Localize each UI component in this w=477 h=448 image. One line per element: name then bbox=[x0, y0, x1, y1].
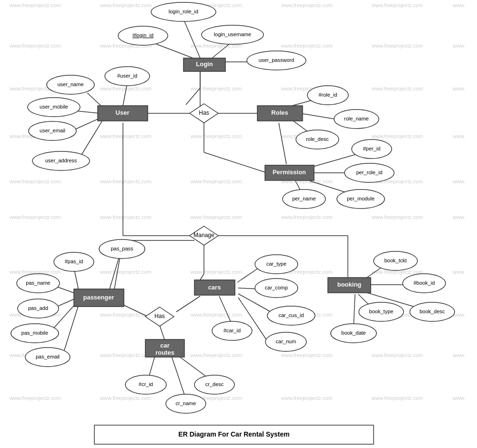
entity-permission-label: Permission bbox=[273, 169, 306, 176]
attr-cr-name-label: cr_name bbox=[176, 400, 196, 406]
entity-booking-label: booking bbox=[337, 281, 362, 288]
attr-car-id-label: #car_id bbox=[223, 328, 241, 333]
attr-book-type-label: book_type bbox=[369, 309, 394, 314]
attr-user-name-label: user_name bbox=[57, 81, 83, 87]
entity-car-routes-label-line1: car bbox=[160, 342, 170, 349]
entity-login-label: Login bbox=[196, 60, 213, 68]
svg-text:www.freeprojectz.com: www.freeprojectz.com bbox=[371, 86, 423, 91]
svg-text:www.freeprojectz.com: www.freeprojectz.com bbox=[190, 352, 242, 358]
er-diagram: www.freeprojectz.com www.freeprojectz.co… bbox=[0, 0, 477, 448]
svg-text:www.: www. bbox=[452, 2, 465, 8]
svg-text:www.freeprojectz.com: www.freeprojectz.com bbox=[190, 179, 242, 184]
svg-line-65 bbox=[186, 88, 200, 105]
svg-text:www.freeprojectz.com: www.freeprojectz.com bbox=[281, 352, 333, 358]
svg-text:www.freeprojectz.com: www.freeprojectz.com bbox=[9, 395, 61, 401]
svg-text:www.: www. bbox=[452, 133, 465, 139]
svg-line-105 bbox=[63, 305, 79, 353]
svg-text:www.freeprojectz.com: www.freeprojectz.com bbox=[100, 133, 152, 139]
attr-book-date-label: book_date bbox=[341, 330, 365, 336]
entity-passenger-label: passenger bbox=[83, 294, 114, 301]
svg-text:www.freeprojectz.com: www.freeprojectz.com bbox=[100, 2, 152, 8]
svg-text:www.freeprojectz.com: www.freeprojectz.com bbox=[9, 214, 61, 220]
svg-line-100 bbox=[110, 254, 120, 289]
svg-text:www.freeprojectz.com: www.freeprojectz.com bbox=[190, 312, 242, 318]
attr-car-comp-label: car_comp bbox=[265, 285, 288, 290]
attr-car-cus-id-label: car_cus_id bbox=[278, 312, 304, 318]
svg-line-110 bbox=[160, 325, 164, 339]
entity-car-routes-label-line2: routes bbox=[155, 349, 174, 356]
attr-book-id-label: #book_id bbox=[414, 280, 435, 286]
attr-user-address-label: user_address bbox=[45, 158, 77, 163]
entity-cars-label: cars bbox=[208, 284, 221, 291]
svg-text:www.freeprojectz.com: www.freeprojectz.com bbox=[371, 43, 423, 49]
svg-text:www.freeprojectz.com: www.freeprojectz.com bbox=[371, 214, 423, 220]
svg-text:www.freeprojectz.com: www.freeprojectz.com bbox=[9, 43, 61, 49]
svg-line-60 bbox=[183, 19, 200, 58]
svg-text:www.: www. bbox=[452, 352, 465, 358]
svg-text:www.freeprojectz.com: www.freeprojectz.com bbox=[100, 214, 152, 220]
svg-text:www.: www. bbox=[452, 395, 465, 401]
attr-user-id-label: #user_id bbox=[117, 73, 137, 79]
attr-login-role-id-label: login_role_id bbox=[169, 9, 198, 14]
svg-text:www.freeprojectz.com: www.freeprojectz.com bbox=[371, 352, 423, 358]
svg-text:www.freeprojectz.com: www.freeprojectz.com bbox=[9, 2, 61, 8]
relationship-has2-label: Has bbox=[154, 313, 164, 319]
svg-line-79 bbox=[279, 123, 286, 164]
entity-user-label: User bbox=[116, 109, 130, 116]
attr-login-id-label: #login_id bbox=[132, 32, 153, 38]
attr-role-id-label: #role_id bbox=[318, 92, 337, 98]
svg-text:www.freeprojectz.com: www.freeprojectz.com bbox=[100, 86, 152, 91]
relationship-manage-label: Manage bbox=[193, 232, 214, 239]
svg-text:www.: www. bbox=[452, 43, 465, 49]
attr-role-name-label: role_name bbox=[344, 116, 369, 121]
attr-per-module-label: per_module bbox=[347, 196, 375, 201]
svg-text:www.freeprojectz.com: www.freeprojectz.com bbox=[281, 43, 333, 49]
svg-text:www.: www. bbox=[452, 214, 465, 220]
attr-per-name-label: per_name bbox=[292, 196, 316, 201]
svg-text:www.freeprojectz.com: www.freeprojectz.com bbox=[371, 133, 423, 139]
attr-role-desc-label: role_desc bbox=[306, 136, 329, 142]
svg-line-113 bbox=[172, 356, 186, 399]
svg-text:www.freeprojectz.com: www.freeprojectz.com bbox=[9, 179, 61, 184]
svg-text:www.: www. bbox=[452, 86, 465, 91]
svg-line-99 bbox=[354, 294, 355, 328]
svg-text:www.freeprojectz.com: www.freeprojectz.com bbox=[190, 133, 242, 139]
attr-per-role-id-label: per_role_id bbox=[356, 169, 382, 175]
svg-line-109 bbox=[123, 305, 148, 317]
svg-text:www.freeprojectz.com: www.freeprojectz.com bbox=[100, 395, 152, 401]
attr-user-password-label: user_password bbox=[259, 57, 294, 63]
svg-text:www.freeprojectz.com: www.freeprojectz.com bbox=[281, 395, 333, 401]
attr-user-email-label: user_email bbox=[40, 128, 65, 133]
attr-pas-pass-label: pas_pass bbox=[111, 246, 133, 251]
svg-text:www.freeprojectz.com: www.freeprojectz.com bbox=[100, 179, 152, 184]
svg-line-108 bbox=[176, 296, 200, 312]
svg-line-67 bbox=[123, 83, 127, 106]
svg-text:www.freeprojectz.com: www.freeprojectz.com bbox=[281, 2, 333, 8]
attr-pas-add-label: pas_add bbox=[28, 305, 48, 311]
attr-user-mobile-label: user_mobile bbox=[40, 104, 68, 110]
attr-login-username-label: login_username bbox=[214, 31, 251, 37]
diagram-title: ER Diagram For Car Rental System bbox=[178, 430, 289, 438]
svg-line-69 bbox=[76, 111, 100, 113]
svg-text:www.freeprojectz.com: www.freeprojectz.com bbox=[190, 269, 242, 275]
attr-pas-email-label: pas_email bbox=[36, 354, 60, 359]
attr-car-type-label: car_type bbox=[266, 261, 286, 267]
attr-pas-mobile-label: pas_mobile bbox=[21, 330, 48, 336]
svg-text:www.: www. bbox=[452, 179, 465, 184]
attr-book-desc-label: book_desc bbox=[419, 309, 445, 314]
svg-text:www.: www. bbox=[452, 269, 465, 275]
svg-text:www.freeprojectz.com: www.freeprojectz.com bbox=[281, 214, 333, 220]
svg-line-75 bbox=[300, 113, 335, 119]
attr-cr-desc-label: cr_desc bbox=[205, 381, 224, 387]
svg-text:www.freeprojectz.com: www.freeprojectz.com bbox=[371, 2, 423, 8]
svg-text:www.freeprojectz.com: www.freeprojectz.com bbox=[100, 269, 152, 275]
svg-text:www.freeprojectz.com: www.freeprojectz.com bbox=[371, 395, 423, 401]
svg-line-94 bbox=[219, 296, 232, 325]
attr-cr-id-label: #cr_id bbox=[139, 381, 153, 387]
attr-car-num-label: car_num bbox=[276, 338, 296, 344]
relationship-has1-label: Has bbox=[199, 110, 209, 116]
attr-pas-name-label: pas_name bbox=[26, 280, 50, 286]
svg-line-78 bbox=[204, 152, 267, 173]
svg-text:www.freeprojectz.com: www.freeprojectz.com bbox=[190, 214, 242, 220]
attr-per-id-label: #per_id bbox=[363, 146, 381, 151]
